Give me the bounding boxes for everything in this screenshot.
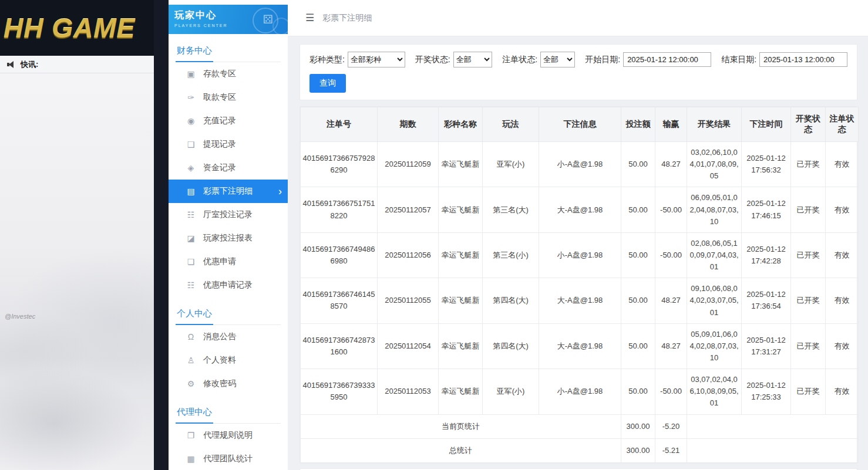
column-header-bet-time: 下注时间 bbox=[742, 107, 791, 142]
end-date-label: 结束日期: bbox=[721, 55, 756, 65]
sidebar-item[interactable]: ✑取款专区 bbox=[169, 86, 288, 109]
divider-strip bbox=[154, 0, 169, 470]
sidebar-nav: 财务中心▣存款专区✑取款专区◉充值记录❑提现记录◈资金记录▤彩票下注明细›☷厅室… bbox=[169, 43, 288, 470]
end-date-input[interactable] bbox=[759, 52, 847, 67]
news-label: 快讯: bbox=[21, 59, 38, 70]
draw-status-select[interactable]: 全部 bbox=[453, 52, 493, 67]
sidebar-item-label: 优惠申请记录 bbox=[203, 280, 253, 290]
sidebar-section-title: 财务中心 bbox=[176, 43, 281, 62]
draw-status-cell: 已开奖 bbox=[791, 323, 826, 368]
draw-status-cell: 已开奖 bbox=[791, 369, 826, 414]
bet-id-cell: 401569173667494866980 bbox=[301, 232, 378, 278]
sidebar-section-title: 代理中心 bbox=[176, 404, 281, 424]
period-cell: 20250112057 bbox=[378, 187, 439, 232]
bet-status-cell: 有效 bbox=[826, 323, 859, 368]
draw-status-cell: 已开奖 bbox=[791, 142, 826, 187]
lottery-type-select[interactable]: 全部彩种 bbox=[348, 52, 405, 67]
sidebar-item[interactable]: ▣存款专区 bbox=[169, 62, 288, 86]
win-loss-cell: -50.00 bbox=[655, 187, 687, 232]
filter-card: 彩种类型: 全部彩种 开奖状态: 全部 注单状态: 全部 开始日期: 结束日期: bbox=[300, 44, 857, 100]
sidebar-item-label: 提现记录 bbox=[203, 139, 236, 150]
column-header-bet-status: 注单状态 bbox=[826, 107, 859, 142]
sidebar-item-label: 资金记录 bbox=[203, 163, 236, 173]
document-icon: ❐ bbox=[186, 431, 196, 440]
sidebar-item[interactable]: ⚙修改密码 bbox=[169, 372, 288, 395]
sidebar-item-label: 取款专区 bbox=[203, 92, 236, 103]
column-header-draw-status: 开奖状态 bbox=[791, 107, 826, 142]
bet-info-cell: 小-A盘@1.98 bbox=[539, 232, 621, 278]
draw-result-cell: 05,09,01,06,04,02,08,07,03,10 bbox=[687, 323, 742, 368]
bets-table: 注单号期数彩种名称玩法下注信息投注额输赢开奖结果下注时间开奖状态注单状态 401… bbox=[300, 107, 859, 463]
sidebar-item-label: 彩票下注明细 bbox=[203, 186, 253, 197]
promo-apply-icon: ❏ bbox=[186, 257, 196, 266]
draw-status-label: 开奖状态: bbox=[415, 55, 450, 65]
bet-amount-cell: 50.00 bbox=[621, 278, 655, 323]
summary-row: 当前页统计300.00-5.20 bbox=[301, 414, 859, 438]
bet-amount-cell: 50.00 bbox=[621, 369, 655, 414]
sidebar-section-title: 个人中心 bbox=[176, 306, 281, 325]
bet-time-cell: 2025-01-12 17:42:28 bbox=[742, 232, 791, 278]
summary-bet-total: 300.00 bbox=[621, 438, 655, 462]
sidebar-item[interactable]: ☷厅室投注记录 bbox=[169, 203, 288, 226]
chart-icon: ▦ bbox=[186, 454, 196, 464]
summary-bet-total: 300.00 bbox=[621, 414, 655, 438]
news-ticker-bar: 快讯: bbox=[0, 56, 154, 73]
win-loss-cell: 48.27 bbox=[655, 142, 687, 187]
play-type-cell: 亚军(小) bbox=[483, 142, 539, 187]
column-header-win-loss: 输赢 bbox=[655, 107, 687, 142]
filter-row: 彩种类型: 全部彩种 开奖状态: 全部 注单状态: 全部 开始日期: 结束日期: bbox=[309, 52, 847, 67]
sidebar-item[interactable]: ❑提现记录 bbox=[169, 133, 288, 156]
promo-record-icon: ☷ bbox=[186, 280, 196, 290]
sidebar-item-label: 修改密码 bbox=[203, 378, 236, 389]
sidebar-item[interactable]: ◪玩家投注报表 bbox=[169, 226, 288, 250]
table-row: 40156917366739333595020250112053幸运飞艇新亚军(… bbox=[301, 369, 859, 414]
bet-time-cell: 2025-01-12 17:46:15 bbox=[742, 187, 791, 232]
sidebar-item[interactable]: ▤彩票下注明细› bbox=[169, 180, 288, 203]
column-header-play-type: 玩法 bbox=[483, 107, 539, 142]
sidebar: 玩家中心 PLAYERS CENTER ⚄ 财务中心▣存款专区✑取款专区◉充值记… bbox=[169, 0, 288, 470]
app-root: HH GAME 快讯: @Investec 玩家中心 PLAYERS CENTE… bbox=[0, 0, 868, 470]
speaker-icon bbox=[7, 61, 16, 68]
win-loss-cell: -50.00 bbox=[655, 232, 687, 278]
bet-status-cell: 有效 bbox=[826, 142, 859, 187]
table-row: 40156917366749486698020250112056幸运飞艇新第三名… bbox=[301, 232, 859, 278]
play-type-cell: 第三名(小) bbox=[483, 232, 539, 278]
bet-id-cell: 401569173667428731600 bbox=[301, 323, 378, 368]
query-button[interactable]: 查询 bbox=[309, 74, 346, 93]
player-bet-report-icon: ◪ bbox=[186, 234, 196, 243]
bet-status-cell: 有效 bbox=[826, 232, 859, 278]
sidebar-item-label: 优惠申请 bbox=[203, 256, 236, 267]
bet-status-cell: 有效 bbox=[826, 187, 859, 232]
lottery-bet-detail-icon: ▤ bbox=[186, 187, 196, 196]
sidebar-item[interactable]: ❏优惠申请 bbox=[169, 250, 288, 273]
start-date-input[interactable] bbox=[623, 52, 711, 67]
main-panel: ☰ 彩票下注明细 彩种类型: 全部彩种 开奖状态: 全部 注单状态: 全部 bbox=[288, 0, 868, 470]
sidebar-item[interactable]: ♙个人资料 bbox=[169, 349, 288, 372]
column-header-bet-info: 下注信息 bbox=[539, 107, 621, 142]
sidebar-item[interactable]: ◉充值记录 bbox=[169, 109, 288, 133]
column-header-bet-id: 注单号 bbox=[301, 107, 378, 142]
summary-win-loss: -5.20 bbox=[655, 414, 687, 438]
table-row: 40156917366757928629020250112059幸运飞艇新亚军(… bbox=[301, 142, 859, 187]
bell-icon: Ω bbox=[186, 332, 196, 341]
bet-info-cell: 大-A盘@1.98 bbox=[539, 187, 621, 232]
sidebar-item[interactable]: ▦代理团队统计 bbox=[169, 447, 288, 470]
bet-info-cell: 大-A盘@1.98 bbox=[539, 278, 621, 323]
brand-logo[interactable]: HH GAME bbox=[4, 12, 135, 44]
bet-status-select[interactable]: 全部 bbox=[540, 52, 575, 67]
sidebar-item[interactable]: ◈资金记录 bbox=[169, 156, 288, 180]
bet-info-cell: 小-A盘@1.98 bbox=[539, 142, 621, 187]
bet-info-cell: 小-A盘@1.98 bbox=[539, 369, 621, 414]
sidebar-item-label: 存款专区 bbox=[203, 69, 236, 79]
sidebar-item[interactable]: ☷优惠申请记录 bbox=[169, 273, 288, 297]
menu-toggle-icon[interactable]: ☰ bbox=[305, 12, 314, 24]
chevron-right-icon: › bbox=[278, 186, 282, 197]
summary-win-loss: -5.21 bbox=[655, 438, 687, 462]
sidebar-item[interactable]: Ω消息公告 bbox=[169, 325, 288, 349]
table-header-row: 注单号期数彩种名称玩法下注信息投注额输赢开奖结果下注时间开奖状态注单状态 bbox=[301, 107, 859, 142]
sidebar-item[interactable]: ❐代理规则说明 bbox=[169, 424, 288, 447]
filter-actions: 查询 bbox=[309, 74, 847, 93]
sidebar-item-label: 消息公告 bbox=[203, 332, 236, 342]
lottery-name-cell: 幸运飞艇新 bbox=[439, 323, 483, 368]
bet-info-cell: 大-A盘@1.98 bbox=[539, 323, 621, 368]
